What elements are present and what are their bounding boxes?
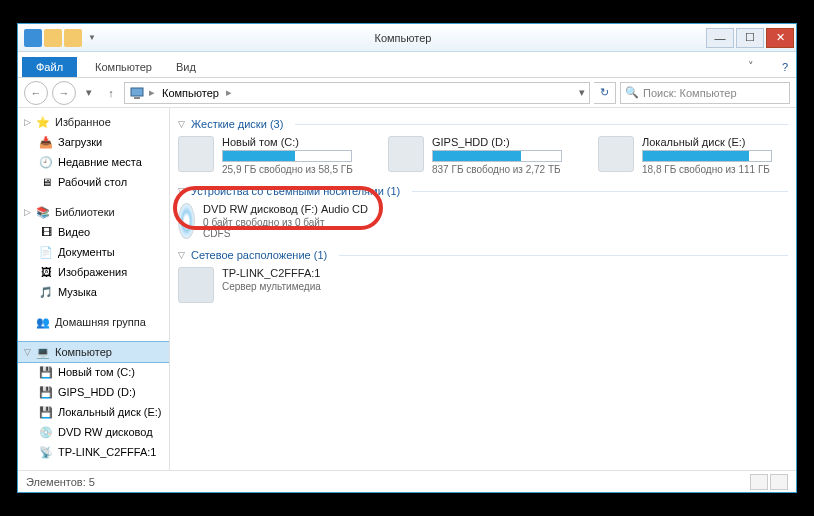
sidebar-favorites[interactable]: ▷⭐Избранное [18,112,169,132]
view-details-button[interactable] [750,474,768,490]
computer-icon [129,85,145,101]
ribbon-tabs: Файл Компьютер Вид ˅ ? [18,52,796,78]
libraries-icon: 📚 [35,204,51,220]
drive-dvd[interactable]: DVD RW дисковод (F:) Audio CD 0 байт сво… [178,203,368,239]
sidebar-item-documents[interactable]: 📄Документы [18,242,169,262]
forward-button[interactable]: → [52,81,76,105]
help-icon[interactable]: ? [774,57,796,77]
star-icon: ⭐ [35,114,51,130]
qat-dropdown-icon[interactable]: ▼ [84,33,100,42]
tab-file[interactable]: Файл [22,57,77,77]
drive-d[interactable]: GIPS_HDD (D:) 837 ГБ свободно из 2,72 ТБ [388,136,578,175]
drive-c[interactable]: Новый том (C:) 25,9 ГБ свободно из 58,5 … [178,136,368,175]
content-pane: ▽ Жесткие диски (3) Новый том (C:) 25,9 … [170,108,796,470]
refresh-button[interactable]: ↻ [594,82,616,104]
breadcrumb-computer[interactable]: Компьютер [159,87,222,99]
downloads-icon: 📥 [38,134,54,150]
network-device-icon: 📡 [38,444,54,460]
drive-icon: 💾 [38,364,54,380]
sidebar-item-videos[interactable]: 🎞Видео [18,222,169,242]
chevron-right-icon[interactable]: ▸ [226,86,232,99]
recent-locations-icon[interactable]: ▾ [80,84,98,102]
maximize-button[interactable]: ☐ [736,28,764,48]
address-dropdown-icon[interactable]: ▾ [579,86,585,99]
homegroup-icon: 👥 [35,314,51,330]
svg-rect-0 [131,88,143,96]
search-placeholder: Поиск: Компьютер [643,87,737,99]
drive-icon [178,136,214,172]
drive-icon [388,136,424,172]
disc-icon: 💿 [38,424,54,440]
usage-bar [222,150,352,162]
computer-icon: 💻 [35,344,51,360]
pictures-icon: 🖼 [38,264,54,280]
sidebar-item-tplink[interactable]: 📡TP-LINK_C2FFFA:1 [18,442,169,462]
chevron-right-icon[interactable]: ▸ [149,86,155,99]
address-bar[interactable]: ▸ Компьютер ▸ ▾ [124,82,590,104]
chevron-down-icon: ▽ [178,119,185,129]
document-icon: 📄 [38,244,54,260]
svg-rect-1 [134,97,140,99]
chevron-down-icon: ▽ [178,186,185,196]
search-input[interactable]: 🔍 Поиск: Компьютер [620,82,790,104]
sidebar-item-recent[interactable]: 🕘Недавние места [18,152,169,172]
media-server-icon [178,267,214,303]
sidebar-item-music[interactable]: 🎵Музыка [18,282,169,302]
network-device-tplink[interactable]: TP-LINK_C2FFFA:1 Сервер мультимедиа [178,267,368,303]
sidebar-item-drive-d[interactable]: 💾GIPS_HDD (D:) [18,382,169,402]
ribbon-expand-icon[interactable]: ˅ [740,56,762,77]
app-icon [24,29,42,47]
close-button[interactable]: ✕ [766,28,794,48]
search-icon: 🔍 [625,86,639,99]
group-removable[interactable]: ▽ Устройства со съемными носителями (1) [178,185,788,197]
sidebar-item-drive-e[interactable]: 💾Локальный диск (E:) [18,402,169,422]
window-controls: — ☐ ✕ [706,28,796,48]
quick-access-toolbar: ▼ [18,29,100,47]
view-tiles-button[interactable] [770,474,788,490]
explorer-window: ▼ Компьютер — ☐ ✕ Файл Компьютер Вид ˅ ?… [17,23,797,493]
sidebar-item-dvd[interactable]: 💿DVD RW дисковод [18,422,169,442]
sidebar-libraries[interactable]: ▷📚Библиотеки [18,202,169,222]
drive-e[interactable]: Локальный диск (E:) 18,8 ГБ свободно из … [598,136,788,175]
group-network-location[interactable]: ▽ Сетевое расположение (1) [178,249,788,261]
tab-computer[interactable]: Компьютер [89,57,158,77]
nav-bar: ← → ▾ ↑ ▸ Компьютер ▸ ▾ ↻ 🔍 Поиск: Компь… [18,78,796,108]
new-folder-icon[interactable] [64,29,82,47]
usage-bar [432,150,562,162]
desktop-icon: 🖥 [38,174,54,190]
properties-icon[interactable] [44,29,62,47]
window-title: Компьютер [100,32,706,44]
group-hard-drives[interactable]: ▽ Жесткие диски (3) [178,118,788,130]
title-bar: ▼ Компьютер — ☐ ✕ [18,24,796,52]
chevron-down-icon: ▽ [178,250,185,260]
status-item-count: Элементов: 5 [26,476,95,488]
drive-icon [598,136,634,172]
back-button[interactable]: ← [24,81,48,105]
recent-icon: 🕘 [38,154,54,170]
music-icon: 🎵 [38,284,54,300]
usage-bar [642,150,772,162]
sidebar-item-desktop[interactable]: 🖥Рабочий стол [18,172,169,192]
minimize-button[interactable]: — [706,28,734,48]
disc-icon [178,203,195,239]
up-button[interactable]: ↑ [102,84,120,102]
video-icon: 🎞 [38,224,54,240]
drive-icon: 💾 [38,384,54,400]
navigation-pane: ▷⭐Избранное 📥Загрузки 🕘Недавние места 🖥Р… [18,108,170,470]
sidebar-item-drive-c[interactable]: 💾Новый том (C:) [18,362,169,382]
sidebar-item-pictures[interactable]: 🖼Изображения [18,262,169,282]
status-bar: Элементов: 5 [18,470,796,492]
drive-icon: 💾 [38,404,54,420]
sidebar-item-downloads[interactable]: 📥Загрузки [18,132,169,152]
tab-view[interactable]: Вид [170,57,202,77]
sidebar-computer[interactable]: ▽💻Компьютер [18,342,169,362]
sidebar-homegroup[interactable]: ▷👥Домашняя группа [18,312,169,332]
